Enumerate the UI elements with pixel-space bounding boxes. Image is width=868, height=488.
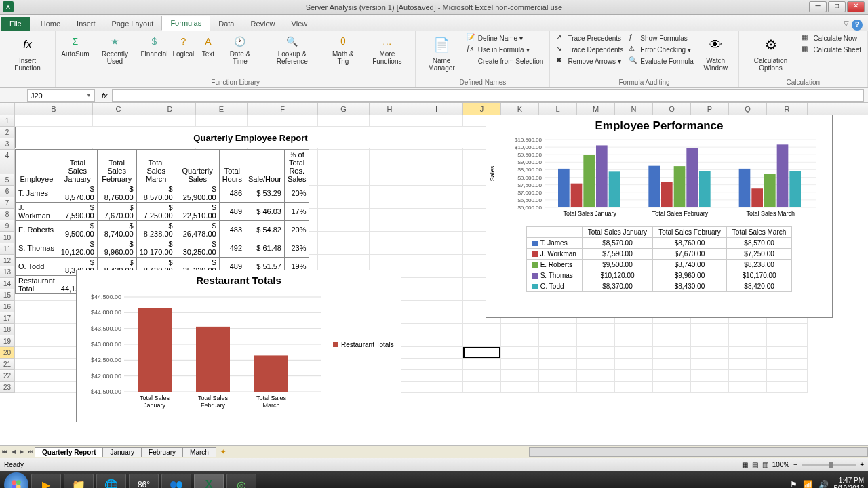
calculation-options-button[interactable]: ⚙Calculation Options xyxy=(743,33,799,73)
row-head-10[interactable]: 10 xyxy=(0,232,15,243)
name-box[interactable]: J20▼ xyxy=(27,89,95,102)
row-head-5[interactable]: 5 xyxy=(0,174,15,186)
row-head-1[interactable]: 1 xyxy=(0,115,15,127)
row-head-19[interactable]: 19 xyxy=(0,336,15,347)
row-head-14[interactable]: 14 xyxy=(0,278,15,289)
row-head-16[interactable]: 16 xyxy=(0,301,15,312)
show-formulas-button[interactable]: ƒShow Formulas xyxy=(627,33,695,43)
insert-function-button[interactable]: fx Insert Function xyxy=(4,33,51,73)
recently-used-button[interactable]: ★Recently Used xyxy=(92,33,138,66)
fx-icon[interactable]: fx xyxy=(98,92,112,100)
col-head-O[interactable]: O xyxy=(653,103,691,115)
row-head-11[interactable]: 11 xyxy=(0,243,15,255)
view-layout-icon[interactable]: ▤ xyxy=(752,461,758,468)
employee-performance-chart[interactable]: Employee Performance $10,500.00$10,000.0… xyxy=(486,115,833,318)
tab-pagelayout[interactable]: Page Layout xyxy=(104,17,162,30)
tray-flag-icon[interactable]: ⚑ xyxy=(790,480,797,488)
tab-data[interactable]: Data xyxy=(210,17,242,30)
col-head-D[interactable]: D xyxy=(144,103,196,115)
tray-network-icon[interactable]: 📶 xyxy=(803,480,813,488)
minimize-button[interactable]: ─ xyxy=(809,1,827,12)
view-break-icon[interactable]: ▥ xyxy=(762,461,768,468)
taskbar-media-icon[interactable]: ▶ xyxy=(31,474,61,488)
sheet-tab-january[interactable]: January xyxy=(102,447,142,457)
tab-formulas[interactable]: Formulas xyxy=(161,16,210,30)
tab-view[interactable]: View xyxy=(283,17,316,30)
row-head-18[interactable]: 18 xyxy=(0,324,15,336)
row-head-12[interactable]: 12 xyxy=(0,255,15,266)
col-head-R[interactable]: R xyxy=(767,103,808,115)
col-head-K[interactable]: K xyxy=(501,103,539,115)
row-head-17[interactable]: 17 xyxy=(0,312,15,324)
row-head-21[interactable]: 21 xyxy=(0,359,15,370)
col-head-C[interactable]: C xyxy=(93,103,144,115)
row-head-3[interactable]: 3 xyxy=(0,138,15,150)
row-head-23[interactable]: 23 xyxy=(0,382,15,393)
restaurant-totals-chart[interactable]: Restaurant Totals $44,500.00$44,000.00$4… xyxy=(76,270,401,422)
sheet-nav-last[interactable]: ⏭ xyxy=(26,449,35,455)
logical-button[interactable]: ?Logical xyxy=(171,33,196,59)
sheet-nav-prev[interactable]: ◀ xyxy=(9,449,18,455)
error-checking-button[interactable]: ⚠Error Checking ▾ xyxy=(627,44,695,55)
col-head-I[interactable]: I xyxy=(410,103,463,115)
trace-dependents-button[interactable]: ↘Trace Dependents xyxy=(554,44,625,55)
view-normal-icon[interactable]: ▦ xyxy=(742,461,748,468)
watch-window-button[interactable]: 👁Watch Window xyxy=(697,33,734,73)
col-head-B[interactable]: B xyxy=(15,103,93,115)
taskbar-app1-icon[interactable]: 👥 xyxy=(161,474,191,488)
evaluate-formula-button[interactable]: 🔍Evaluate Formula xyxy=(627,56,695,66)
taskbar-excel-icon[interactable]: X xyxy=(194,474,224,488)
worksheet-area[interactable]: BCDEFGHIJKLMNOPQR 1234567891011121314151… xyxy=(0,103,868,445)
sheet-tab-february[interactable]: February xyxy=(141,447,183,457)
trace-precedents-button[interactable]: ↗Trace Precedents xyxy=(554,33,625,43)
col-head-H[interactable]: H xyxy=(370,103,410,115)
row-head-15[interactable]: 15 xyxy=(0,289,15,301)
row-head-13[interactable]: 13 xyxy=(0,266,15,278)
name-manager-button[interactable]: 📄Name Manager xyxy=(420,33,462,73)
sheet-nav-next[interactable]: ▶ xyxy=(18,449,26,455)
tab-insert[interactable]: Insert xyxy=(68,17,104,30)
financial-button[interactable]: $Financial xyxy=(139,33,170,59)
tab-home[interactable]: Home xyxy=(33,17,68,30)
col-head-P[interactable]: P xyxy=(691,103,729,115)
file-tab[interactable]: File xyxy=(1,17,30,30)
col-head-L[interactable]: L xyxy=(539,103,577,115)
zoom-level[interactable]: 100% xyxy=(772,461,790,468)
col-head-J[interactable]: J xyxy=(463,103,501,115)
row-head-20[interactable]: 20 xyxy=(0,347,15,359)
maximize-button[interactable]: □ xyxy=(828,1,846,12)
tray-clock[interactable]: 1:47 PM5/19/2012 xyxy=(834,476,865,488)
row-head-2[interactable]: 2 xyxy=(0,127,15,138)
col-head-Q[interactable]: Q xyxy=(729,103,767,115)
help-icon[interactable]: ? xyxy=(852,20,863,30)
col-head-F[interactable]: F xyxy=(248,103,318,115)
row-head-9[interactable]: 9 xyxy=(0,220,15,232)
col-head-M[interactable]: M xyxy=(577,103,615,115)
row-head-4[interactable]: 4 xyxy=(0,150,15,174)
col-head-N[interactable]: N xyxy=(615,103,653,115)
taskbar-weather-icon[interactable]: 86° xyxy=(129,474,159,488)
lookup-button[interactable]: 🔍Lookup & Reference xyxy=(261,33,323,66)
zoom-in-button[interactable]: + xyxy=(860,461,864,468)
close-button[interactable]: ✕ xyxy=(847,1,865,12)
tray-sound-icon[interactable]: 🔊 xyxy=(818,480,829,488)
datetime-button[interactable]: 🕐Date & Time xyxy=(220,33,260,66)
text-button[interactable]: AText xyxy=(197,33,219,59)
row-head-6[interactable]: 6 xyxy=(0,186,15,197)
active-cell[interactable] xyxy=(463,347,500,358)
tab-review[interactable]: Review xyxy=(242,17,283,30)
use-in-formula-button[interactable]: ƒxUse in Formula ▾ xyxy=(465,44,546,55)
calculate-now-button[interactable]: ▦Calculate Now xyxy=(800,33,863,43)
create-selection-button[interactable]: ☰Create from Selection xyxy=(465,56,546,66)
new-sheet-icon[interactable]: ✦ xyxy=(216,448,230,455)
taskbar-app2-icon[interactable]: ◎ xyxy=(226,474,256,488)
autosum-button[interactable]: ΣAutoSum xyxy=(60,33,91,59)
col-head-G[interactable]: G xyxy=(318,103,370,115)
horizontal-scrollbar[interactable] xyxy=(529,447,868,457)
zoom-out-button[interactable]: − xyxy=(793,461,797,468)
more-functions-button[interactable]: …More Functions xyxy=(363,33,411,66)
math-button[interactable]: θMath & Trig xyxy=(325,33,362,66)
start-button[interactable] xyxy=(4,472,28,488)
ribbon-minimize-icon[interactable]: ▽ xyxy=(844,20,849,30)
sheet-nav-first[interactable]: ⏮ xyxy=(0,449,9,455)
